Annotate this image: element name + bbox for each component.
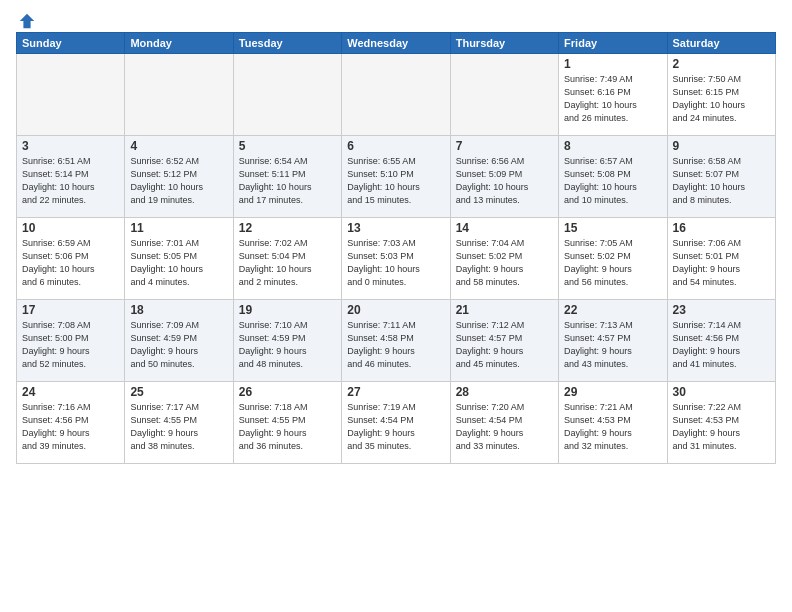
weekday-header-saturday: Saturday (667, 33, 775, 54)
day-number: 17 (22, 303, 119, 317)
day-info: Sunrise: 7:16 AM Sunset: 4:56 PM Dayligh… (22, 401, 119, 453)
calendar-cell: 30Sunrise: 7:22 AM Sunset: 4:53 PM Dayli… (667, 382, 775, 464)
day-info: Sunrise: 6:51 AM Sunset: 5:14 PM Dayligh… (22, 155, 119, 207)
calendar-cell: 2Sunrise: 7:50 AM Sunset: 6:15 PM Daylig… (667, 54, 775, 136)
day-number: 23 (673, 303, 770, 317)
day-info: Sunrise: 6:56 AM Sunset: 5:09 PM Dayligh… (456, 155, 553, 207)
weekday-header-tuesday: Tuesday (233, 33, 341, 54)
day-info: Sunrise: 7:17 AM Sunset: 4:55 PM Dayligh… (130, 401, 227, 453)
calendar-cell: 21Sunrise: 7:12 AM Sunset: 4:57 PM Dayli… (450, 300, 558, 382)
day-info: Sunrise: 7:10 AM Sunset: 4:59 PM Dayligh… (239, 319, 336, 371)
calendar-cell: 14Sunrise: 7:04 AM Sunset: 5:02 PM Dayli… (450, 218, 558, 300)
day-number: 14 (456, 221, 553, 235)
calendar-cell: 4Sunrise: 6:52 AM Sunset: 5:12 PM Daylig… (125, 136, 233, 218)
day-number: 9 (673, 139, 770, 153)
day-number: 4 (130, 139, 227, 153)
calendar-cell: 24Sunrise: 7:16 AM Sunset: 4:56 PM Dayli… (17, 382, 125, 464)
day-number: 29 (564, 385, 661, 399)
calendar-cell (125, 54, 233, 136)
calendar-cell: 28Sunrise: 7:20 AM Sunset: 4:54 PM Dayli… (450, 382, 558, 464)
calendar-week-1: 1Sunrise: 7:49 AM Sunset: 6:16 PM Daylig… (17, 54, 776, 136)
day-number: 12 (239, 221, 336, 235)
calendar-cell: 26Sunrise: 7:18 AM Sunset: 4:55 PM Dayli… (233, 382, 341, 464)
day-info: Sunrise: 7:08 AM Sunset: 5:00 PM Dayligh… (22, 319, 119, 371)
calendar: SundayMondayTuesdayWednesdayThursdayFrid… (16, 32, 776, 464)
day-number: 11 (130, 221, 227, 235)
weekday-header-row: SundayMondayTuesdayWednesdayThursdayFrid… (17, 33, 776, 54)
day-number: 2 (673, 57, 770, 71)
page: SundayMondayTuesdayWednesdayThursdayFrid… (0, 0, 792, 612)
day-number: 28 (456, 385, 553, 399)
calendar-cell: 5Sunrise: 6:54 AM Sunset: 5:11 PM Daylig… (233, 136, 341, 218)
calendar-week-4: 17Sunrise: 7:08 AM Sunset: 5:00 PM Dayli… (17, 300, 776, 382)
day-number: 5 (239, 139, 336, 153)
weekday-header-thursday: Thursday (450, 33, 558, 54)
calendar-cell: 23Sunrise: 7:14 AM Sunset: 4:56 PM Dayli… (667, 300, 775, 382)
weekday-header-sunday: Sunday (17, 33, 125, 54)
calendar-cell: 6Sunrise: 6:55 AM Sunset: 5:10 PM Daylig… (342, 136, 450, 218)
calendar-cell: 1Sunrise: 7:49 AM Sunset: 6:16 PM Daylig… (559, 54, 667, 136)
day-number: 15 (564, 221, 661, 235)
day-number: 10 (22, 221, 119, 235)
day-info: Sunrise: 6:58 AM Sunset: 5:07 PM Dayligh… (673, 155, 770, 207)
logo-icon (18, 12, 36, 30)
calendar-cell (342, 54, 450, 136)
weekday-header-wednesday: Wednesday (342, 33, 450, 54)
calendar-cell: 18Sunrise: 7:09 AM Sunset: 4:59 PM Dayli… (125, 300, 233, 382)
day-info: Sunrise: 6:54 AM Sunset: 5:11 PM Dayligh… (239, 155, 336, 207)
calendar-cell (233, 54, 341, 136)
day-info: Sunrise: 7:22 AM Sunset: 4:53 PM Dayligh… (673, 401, 770, 453)
day-info: Sunrise: 7:19 AM Sunset: 4:54 PM Dayligh… (347, 401, 444, 453)
day-info: Sunrise: 7:13 AM Sunset: 4:57 PM Dayligh… (564, 319, 661, 371)
calendar-cell: 12Sunrise: 7:02 AM Sunset: 5:04 PM Dayli… (233, 218, 341, 300)
day-number: 22 (564, 303, 661, 317)
day-info: Sunrise: 7:09 AM Sunset: 4:59 PM Dayligh… (130, 319, 227, 371)
calendar-cell (450, 54, 558, 136)
day-number: 3 (22, 139, 119, 153)
day-number: 18 (130, 303, 227, 317)
day-info: Sunrise: 7:05 AM Sunset: 5:02 PM Dayligh… (564, 237, 661, 289)
day-number: 30 (673, 385, 770, 399)
calendar-cell: 22Sunrise: 7:13 AM Sunset: 4:57 PM Dayli… (559, 300, 667, 382)
day-number: 7 (456, 139, 553, 153)
calendar-cell: 9Sunrise: 6:58 AM Sunset: 5:07 PM Daylig… (667, 136, 775, 218)
day-number: 25 (130, 385, 227, 399)
calendar-cell: 3Sunrise: 6:51 AM Sunset: 5:14 PM Daylig… (17, 136, 125, 218)
day-info: Sunrise: 6:52 AM Sunset: 5:12 PM Dayligh… (130, 155, 227, 207)
weekday-header-monday: Monday (125, 33, 233, 54)
day-info: Sunrise: 7:49 AM Sunset: 6:16 PM Dayligh… (564, 73, 661, 125)
day-info: Sunrise: 7:02 AM Sunset: 5:04 PM Dayligh… (239, 237, 336, 289)
day-info: Sunrise: 6:55 AM Sunset: 5:10 PM Dayligh… (347, 155, 444, 207)
day-info: Sunrise: 7:14 AM Sunset: 4:56 PM Dayligh… (673, 319, 770, 371)
day-info: Sunrise: 7:18 AM Sunset: 4:55 PM Dayligh… (239, 401, 336, 453)
svg-marker-0 (20, 14, 34, 28)
calendar-cell: 19Sunrise: 7:10 AM Sunset: 4:59 PM Dayli… (233, 300, 341, 382)
day-number: 24 (22, 385, 119, 399)
day-number: 27 (347, 385, 444, 399)
calendar-cell: 27Sunrise: 7:19 AM Sunset: 4:54 PM Dayli… (342, 382, 450, 464)
day-number: 1 (564, 57, 661, 71)
day-number: 26 (239, 385, 336, 399)
header (16, 12, 776, 26)
day-number: 8 (564, 139, 661, 153)
day-info: Sunrise: 7:06 AM Sunset: 5:01 PM Dayligh… (673, 237, 770, 289)
calendar-cell (17, 54, 125, 136)
calendar-cell: 29Sunrise: 7:21 AM Sunset: 4:53 PM Dayli… (559, 382, 667, 464)
day-info: Sunrise: 7:01 AM Sunset: 5:05 PM Dayligh… (130, 237, 227, 289)
day-number: 21 (456, 303, 553, 317)
day-number: 16 (673, 221, 770, 235)
day-number: 19 (239, 303, 336, 317)
calendar-week-3: 10Sunrise: 6:59 AM Sunset: 5:06 PM Dayli… (17, 218, 776, 300)
day-info: Sunrise: 6:57 AM Sunset: 5:08 PM Dayligh… (564, 155, 661, 207)
day-info: Sunrise: 7:11 AM Sunset: 4:58 PM Dayligh… (347, 319, 444, 371)
calendar-cell: 8Sunrise: 6:57 AM Sunset: 5:08 PM Daylig… (559, 136, 667, 218)
calendar-cell: 15Sunrise: 7:05 AM Sunset: 5:02 PM Dayli… (559, 218, 667, 300)
calendar-cell: 20Sunrise: 7:11 AM Sunset: 4:58 PM Dayli… (342, 300, 450, 382)
day-info: Sunrise: 7:12 AM Sunset: 4:57 PM Dayligh… (456, 319, 553, 371)
calendar-cell: 25Sunrise: 7:17 AM Sunset: 4:55 PM Dayli… (125, 382, 233, 464)
day-number: 13 (347, 221, 444, 235)
calendar-week-5: 24Sunrise: 7:16 AM Sunset: 4:56 PM Dayli… (17, 382, 776, 464)
weekday-header-friday: Friday (559, 33, 667, 54)
day-number: 20 (347, 303, 444, 317)
day-info: Sunrise: 7:50 AM Sunset: 6:15 PM Dayligh… (673, 73, 770, 125)
